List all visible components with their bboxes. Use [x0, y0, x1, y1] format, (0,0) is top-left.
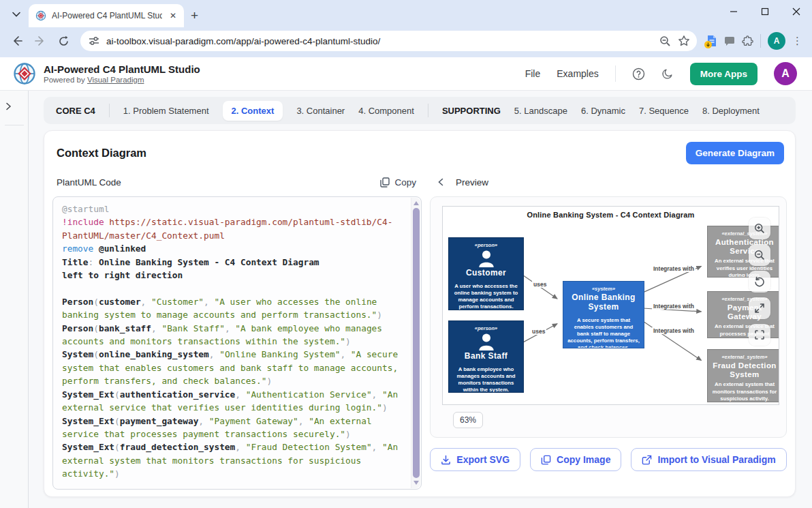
docs-extension-icon[interactable] — [706, 35, 717, 47]
tab-title: AI-Powered C4 PlantUML Studio — [52, 11, 162, 20]
tab-deployment[interactable]: 8. Deployment — [702, 106, 760, 116]
node-bank-staff[interactable]: «person» Bank Staff A bank employee who … — [448, 320, 524, 393]
help-icon[interactable] — [632, 68, 645, 80]
user-avatar[interactable]: A — [774, 62, 797, 85]
page-title: Context Diagram — [57, 147, 146, 160]
tab-context[interactable]: 2. Context — [223, 101, 283, 121]
more-apps-button[interactable]: More Apps — [690, 63, 758, 85]
tab-close-icon[interactable]: ✕ — [168, 11, 178, 20]
visual-paradigm-link[interactable]: Visual Paradigm — [87, 76, 144, 84]
menu-examples[interactable]: Examples — [557, 68, 598, 79]
code-panel-title: PlantUML Code — [57, 177, 121, 188]
app-header: AI-Powered C4 PlantUML Studio Powered by… — [0, 57, 812, 91]
generate-diagram-button[interactable]: Generate Diagram — [686, 142, 784, 164]
tab-landscape[interactable]: 5. Landscape — [514, 106, 567, 116]
window-maximize-icon[interactable] — [749, 0, 781, 23]
node-online-banking-system[interactable]: «system» Online Banking System A secure … — [563, 281, 644, 348]
extensions-area: A ⋮ — [704, 32, 805, 50]
browser-tab-strip: AI-Powered C4 PlantUML Studio ✕ + — [0, 0, 812, 27]
side-rail — [0, 91, 29, 508]
extensions-puzzle-icon[interactable] — [742, 35, 753, 47]
node-fraud-detection-system[interactable]: «external_system» Fraud Detection System… — [707, 349, 779, 402]
tab-section-core-c4: CORE C4 — [56, 106, 95, 116]
export-svg-button[interactable]: Export SVG — [430, 448, 520, 471]
code-scrollbar[interactable] — [411, 198, 420, 488]
preview-zoom-controls — [749, 218, 770, 346]
content-card: Context Diagram Generate Diagram PlantUM… — [44, 130, 796, 497]
app-title-block: AI-Powered C4 PlantUML Studio Powered by… — [44, 63, 200, 83]
scrollbar-down-icon[interactable] — [413, 481, 419, 485]
reset-zoom-icon[interactable] — [749, 271, 770, 293]
fit-view-icon[interactable] — [749, 324, 770, 346]
code-editor-box[interactable]: @startuml!include https://static.visual-… — [52, 196, 422, 490]
relation-label: uses — [531, 328, 546, 335]
window-controls — [718, 0, 812, 23]
gray-extension-icon[interactable] — [724, 36, 735, 46]
relation-label: uses — [532, 281, 548, 288]
scrollbar-up-icon[interactable] — [413, 201, 419, 205]
copy-icon — [541, 455, 551, 465]
tab-dynamic[interactable]: 6. Dynamic — [581, 106, 625, 116]
maximize-icon[interactable] — [749, 297, 770, 319]
copy-code-button[interactable]: Copy — [380, 177, 416, 188]
tab-component[interactable]: 4. Component — [358, 106, 414, 116]
tab-section-supporting: SUPPORTING — [442, 106, 501, 116]
reload-icon[interactable] — [53, 31, 74, 51]
header-separator — [615, 65, 616, 82]
browser-window: AI-Powered C4 PlantUML Studio ✕ + ai-too… — [0, 0, 812, 508]
copy-image-button[interactable]: Copy Image — [530, 448, 621, 471]
diagram-tabbar: CORE C4 1. Problem Statement 2. Context … — [44, 97, 796, 124]
dark-mode-moon-icon[interactable] — [661, 68, 674, 80]
menu-file[interactable]: File — [525, 68, 541, 79]
back-icon[interactable] — [7, 31, 27, 51]
download-icon — [441, 455, 451, 465]
rail-divider — [5, 125, 24, 125]
preview-actions: Export SVG Copy Image — [430, 448, 787, 471]
scrollbar-thumb[interactable] — [413, 208, 420, 478]
url-text[interactable]: ai-toolbox.visual-paradigm.com/app/ai-po… — [106, 36, 653, 46]
tab-container[interactable]: 3. Container — [296, 106, 345, 116]
person-icon — [477, 333, 496, 350]
relation-label: Integrates with — [652, 265, 696, 272]
code-editor[interactable]: @startuml!include https://static.visual-… — [53, 197, 421, 490]
zoom-page-icon[interactable] — [659, 35, 671, 47]
person-icon — [477, 250, 496, 267]
external-link-icon — [642, 455, 652, 465]
new-tab-button[interactable]: + — [191, 9, 198, 22]
preview-panel: Online Banking System - C4 Context Diagr… — [430, 196, 787, 438]
tab-problem-statement[interactable]: 1. Problem Statement — [123, 106, 209, 116]
zoom-out-icon[interactable] — [749, 244, 770, 266]
visual-paradigm-logo — [12, 61, 37, 86]
toolbar-separator — [760, 34, 761, 48]
main-area: CORE C4 1. Problem Statement 2. Context … — [29, 91, 812, 508]
window-close-icon[interactable] — [781, 0, 812, 23]
diagram-canvas[interactable]: Online Banking System - C4 Context Diagr… — [442, 206, 779, 405]
zoom-in-icon[interactable] — [749, 218, 770, 239]
node-customer[interactable]: «person» Customer A user who accesses th… — [448, 237, 524, 310]
powered-by: Powered by Visual Paradigm — [44, 76, 200, 84]
chrome-profile-avatar[interactable]: A — [768, 32, 785, 50]
window-minimize-icon[interactable] — [718, 0, 749, 23]
preview-panel-title: Preview — [456, 177, 488, 188]
tab-sequence[interactable]: 7. Sequence — [639, 106, 689, 116]
favicon — [35, 10, 46, 21]
expand-sidebar-chevron-icon[interactable] — [5, 98, 23, 115]
copy-icon — [380, 177, 390, 188]
forward-icon[interactable] — [30, 31, 50, 51]
tab-search-chevron-icon[interactable] — [7, 5, 26, 24]
site-info-icon[interactable] — [89, 35, 99, 46]
collapse-preview-chevron-icon[interactable] — [438, 178, 443, 186]
zoom-level-badge: 63% — [453, 412, 483, 428]
url-bar[interactable]: ai-toolbox.visual-paradigm.com/app/ai-po… — [80, 31, 697, 51]
relation-label: Integrates with — [652, 303, 696, 310]
relation-label: Integrates with — [652, 327, 696, 334]
app-title: AI-Powered C4 PlantUML Studio — [44, 63, 200, 75]
browser-tab[interactable]: AI-Powered C4 PlantUML Studio ✕ — [29, 4, 184, 27]
bookmark-star-icon[interactable] — [678, 35, 690, 47]
import-to-visual-paradigm-button[interactable]: Import to Visual Paradigm — [631, 448, 786, 471]
browser-menu-icon[interactable]: ⋮ — [792, 35, 802, 47]
browser-toolbar: ai-toolbox.visual-paradigm.com/app/ai-po… — [0, 27, 812, 57]
